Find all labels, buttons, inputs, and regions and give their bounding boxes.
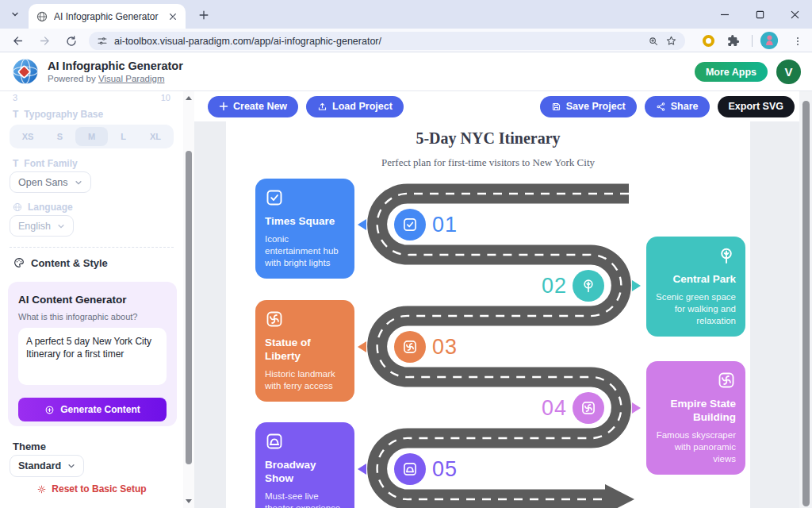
url-text: ai-toolbox.visual-paradigm.com/app/ai-in… — [114, 36, 642, 47]
address-bar[interactable]: ai-toolbox.visual-paradigm.com/app/ai-in… — [89, 32, 685, 50]
app-title: AI Infographic Generator — [48, 60, 183, 72]
generate-content-button[interactable]: Generate Content — [18, 398, 167, 421]
ai-panel-title: AI Content Generator — [18, 294, 167, 306]
stop-description: Famous skyscraper with panoramic views — [656, 429, 736, 465]
stop-description: Iconic entertainment hub with bright lig… — [265, 233, 345, 269]
font-icon: T — [13, 158, 18, 169]
browser-tab[interactable]: AI Infographic Generator — [29, 4, 186, 29]
pointer-triangle — [358, 219, 366, 230]
editor-main-area: Create New Load Project Save Project Sha… — [194, 91, 799, 508]
stop-card-statue-of-liberty[interactable]: Statue of Liberty Historic landmark with… — [255, 300, 354, 402]
browser-menu-kebab-icon[interactable] — [788, 32, 807, 50]
stop-name: Empire State Building — [656, 398, 736, 425]
font-family-label: T Font Family — [13, 158, 78, 169]
back-button[interactable] — [8, 32, 27, 50]
content-style-heading: Content & Style — [13, 256, 108, 269]
size-option-m[interactable]: M — [75, 127, 107, 146]
language-select[interactable]: English — [10, 215, 74, 237]
upload-icon — [317, 102, 327, 112]
range-endpoints: 3 10 — [13, 93, 170, 102]
minimize-button[interactable] — [707, 0, 742, 29]
browser-window: AI Infographic Generator ai-t — [0, 0, 812, 508]
size-option-s[interactable]: S — [44, 127, 75, 146]
save-project-button[interactable]: Save Project — [540, 96, 637, 117]
window-controls — [707, 0, 812, 29]
stop-marker-04[interactable] — [573, 392, 604, 424]
scroll-up-arrow[interactable] — [183, 93, 194, 103]
scroll-down-arrow[interactable] — [183, 496, 194, 506]
size-option-xs[interactable]: XS — [12, 127, 44, 146]
theme-select[interactable]: Standard — [10, 455, 84, 477]
reload-button[interactable] — [62, 32, 81, 50]
typography-size-selector: XS S M L XL — [10, 125, 174, 148]
create-new-button[interactable]: Create New — [208, 96, 298, 117]
stop-number: 05 — [432, 455, 458, 483]
bookmark-star-icon[interactable] — [665, 35, 677, 47]
visual-paradigm-link[interactable]: Visual Paradigm — [98, 74, 165, 83]
globe-icon — [13, 202, 22, 212]
main-scrollbar-thumb[interactable] — [802, 101, 810, 506]
chevron-down-icon — [75, 179, 82, 187]
tab-close-icon[interactable] — [167, 10, 179, 23]
reset-basic-setup-link[interactable]: Reset to Basic Setup — [0, 483, 183, 495]
pointer-triangle — [632, 402, 641, 414]
save-icon — [551, 102, 561, 112]
stop-card-broadway-show[interactable]: Broadway Show Must-see live theater expe… — [255, 422, 354, 508]
share-button[interactable]: Share — [645, 96, 710, 117]
editor-toolbar: Create New Load Project Save Project Sha… — [194, 91, 799, 121]
stop-number: 03 — [432, 333, 458, 361]
user-avatar[interactable]: V — [776, 60, 801, 84]
app-header: AI Infographic Generator Powered by Visu… — [0, 52, 812, 91]
more-apps-button[interactable]: More Apps — [695, 62, 768, 82]
tab-search-chevron-icon[interactable] — [6, 6, 24, 23]
stop-card-times-square[interactable]: Times Square Iconic entertainment hub wi… — [255, 179, 354, 279]
profile-avatar[interactable] — [760, 31, 779, 50]
powered-by: Powered by Visual Paradigm — [48, 74, 183, 83]
export-svg-button[interactable]: Export SVG — [718, 96, 795, 117]
share-icon — [656, 102, 666, 112]
stop-card-central-park[interactable]: Central Park Scenic green space for walk… — [646, 237, 745, 337]
stop-marker-01[interactable] — [394, 209, 426, 241]
pinwheel-icon — [580, 400, 596, 416]
stop-marker-05[interactable] — [394, 453, 426, 485]
chevron-down-icon — [67, 462, 75, 470]
chevron-down-icon — [57, 222, 65, 230]
forward-button[interactable] — [35, 32, 54, 50]
toolbar-divider — [752, 35, 753, 47]
maximize-button[interactable] — [742, 0, 777, 29]
tab-strip: AI Infographic Generator — [0, 0, 812, 29]
infographic-canvas[interactable]: 5-Day NYC Itinerary Perfect plan for fir… — [226, 121, 750, 508]
browser-toolbar: ai-toolbox.visual-paradigm.com/app/ai-in… — [0, 29, 812, 52]
stop-description: Must-see live theater experience — [265, 491, 345, 508]
size-option-xl[interactable]: XL — [140, 127, 171, 146]
site-settings-icon[interactable] — [97, 36, 108, 47]
stop-marker-03[interactable] — [394, 331, 426, 363]
zoom-icon[interactable] — [648, 36, 659, 47]
close-window-button[interactable] — [777, 0, 812, 29]
pinwheel-icon — [402, 339, 418, 355]
range-max: 10 — [161, 93, 170, 102]
extensions-puzzle-icon[interactable] — [723, 32, 742, 50]
theater-stage-icon — [265, 432, 284, 451]
stop-card-empire-state-building[interactable]: Empire State Building Famous skyscraper … — [646, 361, 745, 475]
sidebar-scrollbar — [183, 91, 194, 508]
ai-content-generator-panel: AI Content Generator What is this infogr… — [8, 282, 177, 426]
pointer-triangle — [358, 341, 366, 352]
load-project-button[interactable]: Load Project — [306, 96, 404, 117]
stop-name: Broadway Show — [265, 459, 345, 486]
stop-marker-02[interactable] — [573, 270, 604, 302]
size-option-l[interactable]: L — [108, 127, 140, 146]
settings-sidebar: 3 10 T Typography Base XS S M L XL T Fon… — [0, 91, 183, 508]
stop-number: 01 — [432, 210, 458, 239]
sidebar-scrollbar-thumb[interactable] — [186, 151, 192, 464]
plus-icon — [219, 102, 228, 111]
checkbox-icon — [402, 217, 418, 233]
tree-icon — [580, 278, 596, 294]
checkbox-icon — [265, 188, 284, 207]
generate-icon — [44, 405, 55, 415]
stop-number: 02 — [488, 271, 567, 300]
new-tab-button[interactable] — [195, 6, 213, 24]
font-family-select[interactable]: Open Sans — [10, 171, 91, 193]
ai-prompt-input[interactable]: A perfect 5 day New York City Itinerary … — [18, 328, 167, 385]
extension-ring-icon[interactable] — [703, 35, 714, 47]
